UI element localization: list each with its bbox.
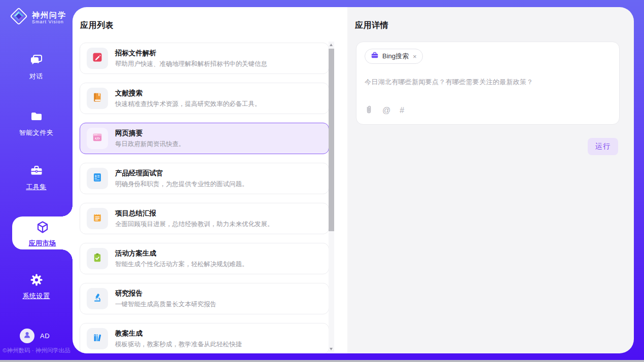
composer-toolbar: @# (365, 105, 404, 116)
person-icon (23, 331, 31, 341)
app-card[interactable]: 教案生成模板驱动，教案秒成，教学准备从此轻松快捷 (80, 323, 329, 353)
app-card[interactable]: 研究报告一键智能生成高质量长文本研究报告 (80, 283, 329, 314)
event-plan-icon (92, 252, 103, 265)
sidebar-item-label: 系统设置 (0, 292, 73, 301)
mention-icon[interactable]: @ (382, 106, 390, 115)
research-report-icon (92, 292, 103, 305)
app-icon-tile (87, 248, 108, 269)
logo-text: 神州问学 Smart Vision (32, 11, 66, 24)
cube-icon (35, 227, 50, 236)
app-icon-tile (87, 48, 108, 69)
app-window: 神州问学 Smart Vision 对话 智能文件夹 工具集 系统设置 应用市场… (0, 0, 644, 362)
sidebar-item-toolset[interactable]: 工具集 (0, 164, 73, 192)
sidebar-item-label: 工具集 (0, 183, 73, 192)
app-detail-title: 应用详情 (355, 20, 388, 31)
scrollbar-thumb[interactable] (329, 49, 334, 231)
scrollbar-up-arrow[interactable] (329, 42, 334, 48)
app-card-list: 招标文件解析帮助用户快速、准确地理解和解析招标书中的关键信息 文献搜索快速精准查… (80, 43, 329, 353)
gear-icon (29, 280, 44, 288)
sidebar-item-label: 应用市场 (12, 239, 73, 248)
tool-tag-close-icon[interactable]: × (413, 53, 417, 60)
run-button[interactable]: 运行 (588, 138, 618, 155)
app-title: 研究报告 (115, 289, 217, 298)
app-description: 一键智能生成高质量长文本研究报告 (115, 300, 217, 309)
chat-icon (29, 60, 44, 69)
logo-subtitle: Smart Vision (32, 19, 66, 24)
folder-icon (29, 117, 44, 125)
app-list-title: 应用列表 (80, 20, 114, 31)
scrollbar-down-arrow[interactable] (329, 345, 334, 352)
briefcase-icon (371, 52, 379, 61)
app-list-panel: 应用列表 招标文件解析帮助用户快速、准确地理解和解析招标书中的关键信息 文献搜索… (73, 7, 347, 353)
app-card[interactable]: 项目总结汇报全面回顾项目进展，总结经验教训，助力未来优化发展。 (80, 203, 329, 234)
sidebar-item-chat[interactable]: 对话 (0, 53, 73, 81)
toolbox-icon (29, 171, 44, 179)
webpage-summary-icon (92, 132, 103, 145)
app-icon-tile (87, 328, 108, 349)
bid-document-icon (92, 52, 103, 65)
app-description: 模板驱动，教案秒成，教学准备从此轻松快捷 (115, 340, 242, 349)
app-description: 快速精准查找学术资源，提高研究效率的必备工具。 (115, 100, 261, 108)
app-title: 活动方案生成 (115, 249, 248, 258)
avatar (20, 329, 34, 343)
app-detail-panel: 应用详情 Bing搜索 × 今日湖北有哪些新闻要点？有哪些需要关注的最新政策？ … (347, 7, 634, 353)
app-icon-tile (87, 208, 108, 229)
tool-tag-bing-search[interactable]: Bing搜索 × (365, 49, 423, 64)
app-title: 产品经理面试官 (115, 169, 248, 178)
app-logo: 神州问学 Smart Vision (9, 7, 66, 28)
app-title: 网页摘要 (115, 129, 185, 138)
app-description: 明确身份和职责，为您提供专业性的面试问题。 (115, 180, 248, 189)
scrollbar[interactable] (329, 42, 334, 352)
hashtag-icon[interactable]: # (400, 106, 404, 115)
app-card[interactable]: 招标文件解析帮助用户快速、准确地理解和解析招标书中的关键信息 (80, 43, 329, 74)
app-icon-tile (87, 168, 108, 189)
app-title: 文献搜索 (115, 89, 261, 98)
copyright-text: ©神州数码 · 神州问学出品 (3, 347, 70, 354)
question-text: 今日湖北有哪些新闻要点？有哪些需要关注的最新政策？ (365, 78, 611, 87)
app-icon-tile (87, 88, 108, 109)
attachment-icon[interactable] (365, 105, 373, 116)
logo-diamond (9, 19, 28, 27)
literature-search-icon (92, 92, 103, 105)
user-profile[interactable]: AD (0, 329, 73, 343)
sidebar: 神州问学 Smart Vision 对话 智能文件夹 工具集 系统设置 应用市场… (0, 0, 73, 362)
project-summary-icon (92, 212, 103, 225)
app-title: 招标文件解析 (115, 49, 267, 58)
app-description: 每日政府新闻资讯快查。 (115, 140, 185, 149)
sidebar-item-system-settings[interactable]: 系统设置 (0, 273, 73, 301)
prompt-card: Bing搜索 × 今日湖北有哪些新闻要点？有哪些需要关注的最新政策？ @# (356, 42, 620, 125)
window-bottom-edge (0, 360, 644, 362)
sidebar-item-app-market[interactable]: 应用市场 (12, 216, 73, 249)
app-description: 智能生成个性化活动方案，轻松解决规划难题。 (115, 260, 248, 269)
app-title: 教案生成 (115, 329, 242, 338)
app-description: 全面回顾项目进展，总结经验教训，助力未来优化发展。 (115, 220, 274, 229)
user-name: AD (40, 332, 50, 340)
app-card[interactable]: 文献搜索快速精准查找学术资源，提高研究效率的必备工具。 (80, 83, 329, 114)
app-title: 项目总结汇报 (115, 209, 274, 218)
app-description: 帮助用户快速、准确地理解和解析招标书中的关键信息 (115, 60, 267, 68)
sidebar-item-smart-folders[interactable]: 智能文件夹 (0, 110, 73, 137)
app-icon-tile (87, 128, 108, 149)
logo-title: 神州问学 (32, 11, 66, 19)
app-icon-tile (87, 288, 108, 309)
sidebar-item-label: 对话 (0, 72, 73, 81)
lesson-plan-icon (92, 332, 103, 345)
pm-interviewer-icon (92, 172, 103, 185)
tool-tag-label: Bing搜索 (382, 52, 409, 61)
app-card[interactable]: 活动方案生成智能生成个性化活动方案，轻松解决规划难题。 (80, 243, 329, 274)
app-card[interactable]: 产品经理面试官明确身份和职责，为您提供专业性的面试问题。 (80, 163, 329, 194)
app-card[interactable]: 网页摘要每日政府新闻资讯快查。 (80, 123, 329, 154)
sidebar-item-label: 智能文件夹 (0, 128, 73, 137)
